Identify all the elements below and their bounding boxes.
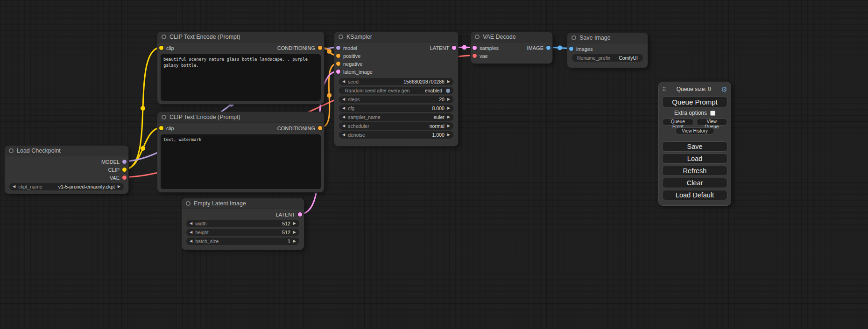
- scheduler-widget[interactable]: scheduler normal: [339, 122, 453, 130]
- latent-output-slot[interactable]: [298, 212, 302, 217]
- link-midpoint-dot: [327, 49, 332, 54]
- node-save-image[interactable]: Save Image images filename_prefix ComfyU…: [567, 33, 648, 68]
- node-header[interactable]: CLIP Text Encode (Prompt): [157, 32, 324, 42]
- increment-arrow-icon[interactable]: [293, 231, 296, 234]
- node-title: CLIP Text Encode (Prompt): [169, 114, 240, 120]
- clip-input-slot[interactable]: [159, 46, 163, 50]
- latent-output-label: LATENT: [276, 212, 295, 217]
- batch-size-widget[interactable]: batch_size 1: [186, 238, 299, 245]
- collapse-dot-icon[interactable]: [339, 35, 343, 39]
- clear-button[interactable]: Clear: [662, 178, 727, 188]
- widget-value: euler: [433, 114, 444, 120]
- clip-output-slot[interactable]: [122, 168, 127, 172]
- image-output-slot[interactable]: [546, 46, 550, 50]
- settings-gear-icon[interactable]: [721, 86, 727, 93]
- decrement-arrow-icon[interactable]: [190, 231, 192, 234]
- random-seed-toggle-widget[interactable]: Random seed after every gen enabled: [339, 87, 453, 94]
- negative-prompt-textarea[interactable]: text, watermark: [161, 134, 321, 189]
- clip-input-slot[interactable]: [159, 126, 163, 130]
- increment-arrow-icon[interactable]: [293, 222, 296, 225]
- decrement-arrow-icon[interactable]: [342, 80, 345, 84]
- queue-prompt-button[interactable]: Queue Prompt: [662, 96, 727, 107]
- positive-prompt-textarea[interactable]: beautiful scenery nature glass bottle la…: [161, 54, 321, 101]
- conditioning-output-slot[interactable]: [318, 126, 322, 130]
- decrement-arrow-icon[interactable]: [13, 185, 15, 189]
- increment-arrow-icon[interactable]: [293, 239, 296, 243]
- node-header[interactable]: CLIP Text Encode (Prompt): [157, 112, 324, 123]
- filename-prefix-widget[interactable]: filename_prefix ComfyUI: [572, 54, 643, 62]
- decrement-arrow-icon[interactable]: [342, 115, 345, 119]
- widget-value: v1-5-pruned-emaonly.ckpt: [58, 184, 115, 189]
- collapse-dot-icon[interactable]: [572, 35, 576, 40]
- widget-value: 512: [282, 221, 290, 226]
- ckpt-name-widget[interactable]: ckpt_name v1-5-pruned-emaonly.ckpt: [9, 183, 124, 190]
- refresh-button[interactable]: Refresh: [662, 166, 727, 176]
- queue-front-button[interactable]: Queue Front: [662, 119, 694, 126]
- images-input-slot[interactable]: [569, 47, 573, 51]
- load-default-button[interactable]: Load Default: [662, 190, 727, 200]
- positive-input-label: positive: [343, 53, 360, 59]
- node-clip-text-encode-positive[interactable]: CLIP Text Encode (Prompt) clip CONDITION…: [157, 32, 324, 104]
- decrement-arrow-icon[interactable]: [190, 239, 192, 243]
- decrement-arrow-icon[interactable]: [342, 98, 345, 101]
- view-queue-button[interactable]: View Queue: [696, 119, 728, 126]
- decrement-arrow-icon[interactable]: [190, 222, 192, 225]
- model-output-slot[interactable]: [122, 160, 127, 164]
- samples-input-slot[interactable]: [473, 46, 477, 50]
- panel-drag-handle-icon[interactable]: [662, 85, 666, 93]
- node-ksampler[interactable]: KSampler model LATENT positive: [334, 32, 458, 146]
- decrement-arrow-icon[interactable]: [342, 124, 345, 128]
- latent-image-input-slot[interactable]: [336, 70, 340, 74]
- vae-input-slot[interactable]: [473, 54, 477, 58]
- node-empty-latent-image[interactable]: Empty Latent Image LATENT width 512 heig…: [182, 198, 304, 250]
- collapse-dot-icon[interactable]: [475, 35, 480, 39]
- collapse-dot-icon[interactable]: [162, 115, 166, 119]
- increment-arrow-icon[interactable]: [118, 185, 120, 189]
- node-clip-text-encode-negative[interactable]: CLIP Text Encode (Prompt) clip CONDITION…: [157, 112, 324, 192]
- increment-arrow-icon[interactable]: [447, 124, 450, 128]
- increment-arrow-icon[interactable]: [447, 133, 450, 137]
- model-output-label: MODEL: [101, 159, 120, 165]
- steps-widget[interactable]: steps 20: [339, 96, 453, 103]
- extra-options-checkbox[interactable]: [710, 111, 715, 116]
- seed-widget[interactable]: seed 156680208700286: [339, 78, 453, 85]
- model-input-slot[interactable]: [336, 46, 340, 50]
- decrement-arrow-icon[interactable]: [342, 106, 345, 110]
- widget-name: steps: [348, 97, 360, 102]
- node-title: VAE Decode: [483, 34, 516, 40]
- collapse-dot-icon[interactable]: [186, 201, 191, 206]
- load-button[interactable]: Load: [662, 154, 727, 164]
- vae-output-slot[interactable]: [122, 175, 127, 180]
- widget-name: Random seed after every gen: [345, 88, 409, 93]
- width-widget[interactable]: width 512: [186, 220, 299, 227]
- increment-arrow-icon[interactable]: [447, 115, 450, 119]
- cfg-widget[interactable]: cfg 8.000: [339, 105, 453, 112]
- save-button[interactable]: Save: [662, 141, 727, 152]
- decrement-arrow-icon[interactable]: [342, 133, 345, 137]
- increment-arrow-icon[interactable]: [447, 98, 450, 101]
- height-widget[interactable]: height 512: [186, 229, 299, 236]
- clip-input-label: clip: [166, 126, 174, 131]
- node-header[interactable]: Save Image: [567, 33, 648, 43]
- latent-output-slot[interactable]: [452, 46, 456, 50]
- node-load-checkpoint[interactable]: Load Checkpoint MODEL CLIP VAE: [5, 146, 128, 194]
- increment-arrow-icon[interactable]: [447, 80, 450, 84]
- negative-input-slot[interactable]: [336, 62, 340, 66]
- node-graph-canvas[interactable]: Load Checkpoint MODEL CLIP VAE: [0, 0, 868, 329]
- node-header[interactable]: VAE Decode: [471, 32, 552, 42]
- widget-value: ComfyUI: [619, 55, 638, 61]
- positive-input-slot[interactable]: [336, 54, 340, 58]
- increment-arrow-icon[interactable]: [447, 106, 450, 110]
- denoise-widget[interactable]: denoise 1.000: [339, 131, 453, 139]
- node-header[interactable]: KSampler: [334, 32, 458, 42]
- conditioning-output-slot[interactable]: [318, 46, 322, 50]
- collapse-dot-icon[interactable]: [162, 35, 166, 39]
- node-header[interactable]: Load Checkpoint: [5, 146, 128, 156]
- node-vae-decode[interactable]: VAE Decode samples IMAGE vae: [471, 32, 552, 63]
- negative-input-label: negative: [343, 61, 363, 67]
- view-history-button[interactable]: View History: [675, 127, 714, 134]
- collapse-dot-icon[interactable]: [9, 148, 14, 153]
- sampler-name-widget[interactable]: sampler_name euler: [339, 113, 453, 121]
- node-header[interactable]: Empty Latent Image: [182, 198, 304, 209]
- toggle-indicator-icon[interactable]: [446, 89, 450, 93]
